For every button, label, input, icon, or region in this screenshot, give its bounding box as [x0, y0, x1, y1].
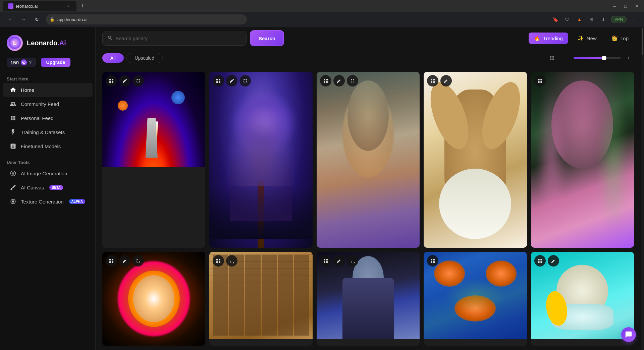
scrollbar-thumb[interactable]	[642, 28, 643, 55]
sidebar-item-ai-image[interactable]: AI Image Generation	[3, 166, 93, 180]
maximize-button[interactable]: □	[622, 2, 630, 10]
gallery-edit-btn[interactable]	[119, 75, 130, 86]
search-input[interactable]	[115, 36, 241, 41]
search-button[interactable]: Search	[251, 31, 283, 46]
close-window-button[interactable]: ✕	[632, 2, 641, 10]
svg-rect-29	[109, 261, 111, 263]
sidebar-item-home[interactable]: Home	[3, 83, 93, 97]
zoom-in-button[interactable]: +	[623, 53, 634, 63]
gallery-item[interactable]	[317, 72, 420, 248]
profile-icon[interactable]: ▲	[575, 15, 584, 24]
gallery-item-overlay	[531, 252, 634, 270]
gallery-edit-btn[interactable]	[333, 255, 345, 267]
top-button[interactable]: 👑 Top	[606, 33, 634, 44]
tab-close-button[interactable]: ×	[66, 3, 71, 9]
vpn-badge[interactable]: VPN	[611, 16, 627, 23]
gallery-action-btn[interactable]	[427, 75, 438, 86]
active-tab[interactable]: leonardo.ai ×	[3, 1, 76, 11]
credits-row: 150 $ ? Upgrade	[0, 58, 95, 74]
gallery-action-btn[interactable]	[213, 255, 224, 267]
svg-rect-26	[540, 81, 542, 83]
shield-icon[interactable]: 🛡	[562, 15, 572, 24]
gallery-item[interactable]	[102, 72, 205, 248]
gallery-action-btn[interactable]	[320, 75, 331, 86]
gallery-item[interactable]	[209, 252, 312, 346]
svg-rect-38	[326, 261, 328, 263]
svg-rect-41	[431, 261, 432, 263]
gallery-action-btn[interactable]	[213, 75, 224, 86]
gallery-edit-btn[interactable]	[119, 255, 130, 267]
gallery-item[interactable]	[209, 72, 312, 248]
gallery-item[interactable]	[102, 252, 205, 346]
address-bar: ← → ↻ 🔒 app.leonardo.ai 🔖 🛡 ▲ ⊞ ⬇ VPN ⋮	[0, 12, 644, 27]
fire-icon: 🔥	[534, 35, 540, 41]
credits-help-icon[interactable]: ?	[29, 60, 32, 65]
forward-button[interactable]: →	[19, 15, 28, 24]
tab-all[interactable]: All	[102, 53, 124, 63]
back-button[interactable]: ←	[5, 15, 15, 24]
gallery-edit-btn[interactable]	[548, 255, 559, 267]
credits-amount: 150	[10, 60, 19, 65]
zoom-out-button[interactable]: −	[560, 53, 571, 63]
gallery-action-btn[interactable]	[106, 255, 117, 267]
new-label: New	[587, 36, 597, 41]
extensions-icon[interactable]: ⊞	[587, 15, 596, 24]
gallery-expand-btn[interactable]	[226, 255, 237, 267]
main-content: Search 🔥 Trending ✨ New 👑 Top All Upscal…	[96, 27, 641, 350]
gallery-item[interactable]	[424, 72, 527, 248]
gallery-action-btn[interactable]	[427, 255, 438, 267]
gallery-action-btn[interactable]	[106, 75, 117, 86]
gallery-item-overlay	[317, 252, 420, 270]
sidebar-item-training[interactable]: Training & Datasets	[3, 125, 93, 139]
menu-icon[interactable]: ⋮	[629, 15, 639, 24]
gallery-edit-btn[interactable]	[440, 75, 452, 86]
gallery-edit-btn[interactable]	[226, 75, 237, 86]
gallery-expand-btn[interactable]	[347, 75, 358, 86]
gallery-action-btn[interactable]	[534, 255, 546, 267]
personal-feed-icon	[9, 114, 17, 122]
url-input[interactable]: 🔒 app.leonardo.ai	[46, 14, 247, 24]
new-button[interactable]: ✨ New	[572, 33, 602, 44]
minimize-button[interactable]: ─	[610, 2, 619, 10]
toolbar: Search 🔥 Trending ✨ New 👑 Top	[96, 27, 641, 50]
grid-view-button[interactable]	[547, 53, 557, 63]
download-icon[interactable]: ⬇	[599, 15, 608, 24]
gallery-item[interactable]	[424, 252, 527, 346]
sidebar-item-label: Community Feed	[21, 101, 59, 107]
gallery-expand-btn[interactable]	[239, 75, 251, 86]
gallery-item[interactable]	[531, 252, 634, 346]
gallery-action-btn[interactable]	[534, 75, 546, 86]
sidebar-item-ai-canvas[interactable]: AI Canvas BETA	[3, 180, 93, 194]
sidebar-item-finetuned[interactable]: Finetuned Models	[3, 139, 93, 153]
ai-canvas-icon	[9, 184, 17, 191]
chat-bubble-button[interactable]	[621, 327, 636, 342]
scrollbar-track[interactable]	[641, 27, 644, 350]
svg-rect-7	[109, 79, 111, 80]
address-actions: 🔖 🛡 ▲ ⊞ ⬇ VPN ⋮	[550, 15, 639, 24]
trending-button[interactable]: 🔥 Trending	[529, 33, 568, 44]
gallery-expand-btn[interactable]	[132, 255, 144, 267]
sidebar-item-personal-feed[interactable]: Personal Feed	[3, 111, 93, 125]
gallery-edit-btn[interactable]	[333, 75, 345, 86]
sidebar-item-community-feed[interactable]: Community Feed	[3, 97, 93, 111]
credits-icon: $	[21, 59, 27, 65]
new-tab-button[interactable]: +	[78, 1, 87, 11]
gallery-scroll[interactable]	[96, 66, 641, 350]
beta-badge: BETA	[49, 185, 63, 190]
tab-upscaled[interactable]: Upscaled	[126, 53, 163, 63]
finetuned-icon	[9, 142, 17, 150]
svg-rect-46	[540, 261, 542, 263]
bookmark-icon[interactable]: 🔖	[550, 15, 560, 24]
gallery-item-overlay	[102, 72, 205, 90]
tabs-row: All Upscaled − +	[96, 50, 641, 66]
reload-button[interactable]: ↻	[32, 15, 42, 24]
upgrade-button[interactable]: Upgrade	[41, 58, 71, 67]
gallery-expand-btn[interactable]	[347, 255, 358, 267]
zoom-slider[interactable]	[574, 57, 621, 59]
gallery-item[interactable]	[317, 252, 420, 346]
gallery-item[interactable]	[531, 72, 634, 248]
sidebar-item-texture[interactable]: Texture Generation ALPHA	[3, 194, 93, 209]
gallery-expand-btn[interactable]	[132, 75, 144, 86]
gallery-action-btn[interactable]	[320, 255, 331, 267]
gallery-item-overlay	[209, 72, 312, 90]
